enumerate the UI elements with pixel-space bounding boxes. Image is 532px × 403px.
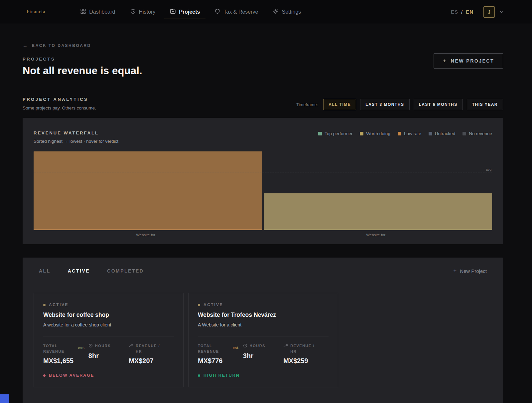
tab-completed[interactable]: COMPLETED [107, 268, 144, 274]
back-to-dashboard-link[interactable]: ← BACK TO DASHBOARD [23, 43, 91, 48]
legend-label: Untracked [435, 131, 456, 136]
status-badge: ACTIVE [203, 302, 223, 307]
nav-item-projects[interactable]: Projects [164, 0, 205, 24]
new-project-button[interactable]: + NEW PROJECT [434, 53, 503, 69]
legend-swatch-untracked [429, 132, 432, 135]
analytics-subtitle: Some projects pay. Others consume. [23, 105, 96, 110]
divider [198, 336, 329, 336]
bar-1-label: Website for ... [34, 233, 262, 237]
legend-label: Low rate [404, 131, 421, 136]
estimate-badge: est. [233, 345, 239, 350]
nav-item-dashboard[interactable]: Dashboard [74, 0, 121, 24]
list-new-project-button[interactable]: + New Project [453, 268, 487, 274]
legend-item: Untracked [429, 131, 456, 136]
verdict-label: BELOW AVERAGE [49, 373, 94, 378]
project-card-coffee-shop[interactable]: ACTIVE Website for coffee shop A website… [34, 293, 184, 387]
legend-item: Worth doing [360, 131, 390, 136]
legend-item: No revenue [463, 131, 492, 136]
avatar[interactable]: J [483, 6, 495, 18]
stat-hours: HOURS 8hr [88, 343, 129, 365]
stat-value: MX$259 [283, 357, 329, 365]
timeframe-label: Timeframe: [296, 102, 318, 107]
stat-total-revenue: TOTAL REVENUE est. MX$1,655 [43, 343, 88, 365]
stat-label: TOTAL REVENUE [198, 343, 226, 354]
shield-icon [214, 8, 220, 16]
project-cards: ACTIVE Website for coffee shop A website… [34, 293, 492, 387]
back-arrow-icon: ← [23, 43, 29, 48]
stat-value: MX$207 [129, 357, 174, 365]
stat-value: MX$1,655 [43, 357, 88, 365]
timeframe-last-3-months[interactable]: LAST 3 MONTHS [360, 99, 409, 110]
page-header: PROJECTS Not all revenue is equal. + NEW… [23, 49, 503, 77]
tab-active[interactable]: ACTIVE [68, 268, 90, 274]
chart-title: REVENUE WATERFALL [34, 130, 118, 135]
status-dot [198, 304, 200, 306]
nav-item-settings[interactable]: Settings [267, 0, 307, 24]
verdict-label: HIGH RETURN [203, 373, 240, 378]
main-content: ← BACK TO DASHBOARD PROJECTS Not all rev… [0, 24, 532, 403]
legend-swatch-worth-doing [360, 132, 363, 135]
nav-item-label: Settings [282, 9, 301, 15]
back-link-label: BACK TO DASHBOARD [32, 43, 91, 48]
timeframe-this-year[interactable]: THIS YEAR [467, 99, 503, 110]
nav-right: ES / EN J [451, 6, 504, 18]
status-dot [43, 304, 46, 306]
stat-revenue-per-hour: REVENUE / HR MX$207 [129, 343, 174, 365]
app-logo: Financia [27, 9, 45, 15]
nav-item-history[interactable]: History [124, 0, 161, 24]
stat-value: MX$776 [198, 357, 243, 365]
stat-hours: HOURS 3hr [243, 343, 283, 365]
revenue-waterfall-panel: REVENUE WATERFALL Sorted highest → lowes… [23, 118, 503, 244]
lang-en[interactable]: EN [466, 9, 473, 15]
average-line-label: avg [486, 167, 491, 171]
timeframe-all-time[interactable]: ALL TIME [323, 99, 356, 110]
revenue-bar-1[interactable] [34, 151, 262, 230]
nav-item-label: Tax & Reserve [223, 9, 258, 15]
grid-icon [80, 8, 86, 16]
revenue-bar-2[interactable] [264, 193, 492, 230]
tab-all[interactable]: ALL [39, 268, 51, 274]
project-title: Website for coffee shop [43, 311, 174, 318]
projects-list-panel: ALL ACTIVE COMPLETED + New Project ACTIV… [23, 258, 503, 403]
project-tabs: ALL ACTIVE COMPLETED + New Project [34, 268, 492, 274]
nav-item-tax-reserve[interactable]: Tax & Reserve [209, 0, 264, 24]
verdict-badge: HIGH RETURN [198, 373, 329, 378]
nav-item-label: Projects [179, 9, 200, 15]
chevron-down-icon[interactable] [499, 10, 504, 14]
bar-labels: Website for ... Website for ... [34, 233, 492, 237]
trend-up-icon [283, 343, 288, 350]
chart-subtitle: Sorted highest → lowest · hover for verd… [34, 139, 118, 144]
folder-icon [170, 8, 176, 16]
stat-revenue-per-hour: REVENUE / HR MX$259 [283, 343, 329, 365]
clock-icon [243, 343, 247, 349]
waterfall-plot: avg [34, 151, 492, 230]
legend-label: No revenue [469, 131, 492, 136]
list-new-project-label: New Project [460, 268, 487, 274]
legend-label: Worth doing [366, 131, 390, 136]
status-badge: ACTIVE [49, 302, 68, 307]
analytics-title: PROJECT ANALYTICS [23, 97, 96, 102]
page-eyebrow: PROJECTS [23, 57, 142, 62]
legend-swatch-low-rate [398, 132, 401, 135]
corner-artifact [0, 394, 9, 403]
estimate-badge: est. [78, 345, 85, 350]
timeframe-last-6-months[interactable]: LAST 6 MONTHS [414, 99, 463, 110]
language-toggle: ES / EN [451, 9, 473, 15]
legend-item: Top performer [318, 131, 352, 136]
stat-label: HOURS [95, 343, 111, 349]
legend-swatch-no-revenue [463, 132, 466, 135]
chart-legend: Top performer Worth doing Low rate Untra… [318, 131, 492, 136]
verdict-dot [43, 374, 46, 377]
verdict-badge: BELOW AVERAGE [43, 373, 174, 378]
page-title: Not all revenue is equal. [23, 65, 142, 77]
stat-label: REVENUE / HR [136, 343, 164, 354]
project-title: Website for Trofeos Nevárez [198, 311, 329, 318]
stat-value: 3hr [243, 352, 283, 360]
trend-up-icon [129, 343, 133, 350]
project-card-trofeos-nevarez[interactable]: ACTIVE Website for Trofeos Nevárez A Web… [188, 293, 338, 387]
legend-swatch-top-performer [318, 132, 322, 135]
plus-icon: + [443, 58, 447, 64]
history-icon [130, 8, 136, 16]
lang-es[interactable]: ES [451, 9, 458, 15]
nav-item-label: History [139, 9, 156, 15]
